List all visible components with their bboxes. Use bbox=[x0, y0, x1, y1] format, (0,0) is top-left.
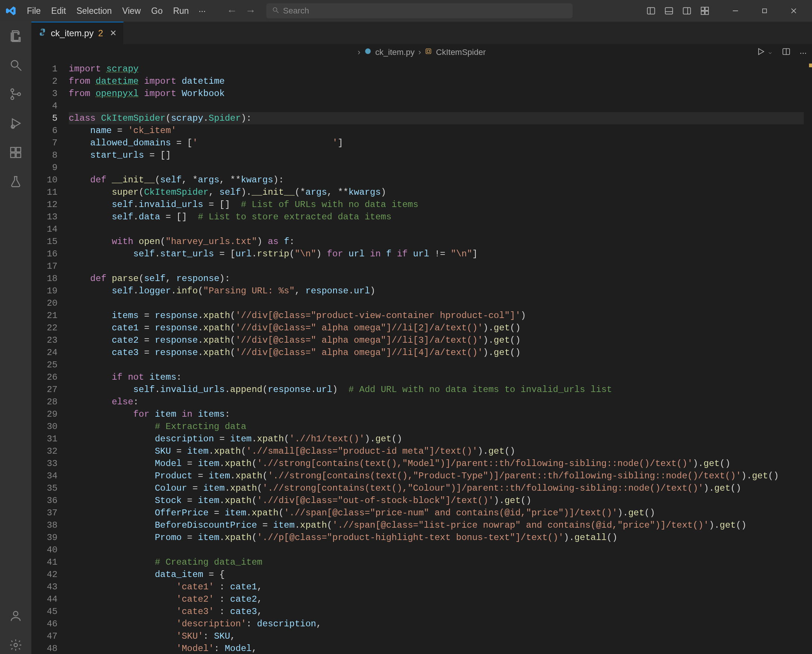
svg-rect-8 bbox=[701, 7, 704, 11]
nav-arrows: ← → bbox=[227, 5, 256, 17]
svg-marker-21 bbox=[12, 119, 20, 128]
svg-point-27 bbox=[14, 611, 18, 616]
window-minimize-icon[interactable] bbox=[721, 0, 750, 22]
svg-rect-4 bbox=[665, 8, 673, 14]
svg-marker-29 bbox=[759, 49, 764, 55]
svg-point-18 bbox=[11, 89, 14, 92]
titlebar: File Edit Selection View Go Run ··· ← → … bbox=[0, 0, 812, 22]
breadcrumb-class[interactable]: CkItemSpider bbox=[436, 47, 485, 57]
tab-row: ck_item.py 2 ✕ bbox=[31, 22, 812, 44]
beaker-icon[interactable] bbox=[7, 173, 24, 191]
svg-line-17 bbox=[18, 67, 22, 71]
breadcrumb-file[interactable]: ck_item.py bbox=[375, 47, 415, 57]
search-icon bbox=[272, 6, 279, 16]
svg-rect-13 bbox=[763, 9, 767, 13]
menu-view[interactable]: View bbox=[117, 4, 146, 18]
editor-area: ck_item.py 2 ✕ ··· › ck_item.py › CkItem… bbox=[31, 22, 812, 654]
nav-forward-icon[interactable]: → bbox=[246, 5, 256, 17]
svg-line-1 bbox=[276, 11, 278, 13]
menu-run[interactable]: Run bbox=[168, 4, 194, 18]
svg-rect-23 bbox=[11, 148, 15, 152]
svg-rect-11 bbox=[705, 11, 708, 15]
run-debug-icon[interactable] bbox=[7, 115, 24, 132]
svg-rect-26 bbox=[17, 148, 21, 152]
svg-point-20 bbox=[18, 93, 21, 96]
chevron-right-icon: › bbox=[418, 47, 421, 57]
layout-controls bbox=[646, 6, 710, 16]
account-icon[interactable] bbox=[7, 607, 24, 625]
menu-go[interactable]: Go bbox=[146, 4, 168, 18]
svg-point-0 bbox=[273, 8, 277, 11]
more-actions-icon[interactable]: ··· bbox=[800, 48, 807, 58]
search-box[interactable]: Search bbox=[266, 3, 572, 18]
menu-selection[interactable]: Selection bbox=[71, 4, 117, 18]
svg-rect-9 bbox=[705, 7, 708, 11]
source-control-icon[interactable] bbox=[7, 85, 24, 103]
svg-point-32 bbox=[365, 49, 371, 54]
window-maximize-icon[interactable] bbox=[750, 0, 779, 22]
activity-bar bbox=[0, 22, 31, 654]
run-dropdown-chevron-icon[interactable] bbox=[768, 48, 773, 58]
chevron-right-icon: › bbox=[357, 47, 360, 57]
svg-point-19 bbox=[11, 97, 14, 100]
editor-actions: ··· bbox=[756, 47, 807, 58]
settings-gear-icon[interactable] bbox=[7, 636, 24, 654]
search-icon[interactable] bbox=[7, 56, 24, 74]
nav-back-icon[interactable]: ← bbox=[227, 5, 237, 17]
minimap[interactable] bbox=[804, 61, 812, 654]
svg-rect-6 bbox=[683, 8, 691, 14]
menu-more-icon[interactable]: ··· bbox=[194, 4, 210, 18]
tab-ck-item[interactable]: ck_item.py 2 ✕ bbox=[31, 22, 124, 44]
menu-edit[interactable]: Edit bbox=[46, 4, 71, 18]
toggle-secondary-sidebar-icon[interactable] bbox=[682, 6, 692, 16]
python-file-icon bbox=[38, 28, 46, 38]
toggle-primary-sidebar-icon[interactable] bbox=[646, 6, 656, 16]
toggle-panel-icon[interactable] bbox=[664, 6, 674, 16]
tab-filename: ck_item.py bbox=[51, 28, 94, 38]
svg-point-16 bbox=[11, 61, 18, 67]
code-content[interactable]: import scrapyfrom datetime import dateti… bbox=[69, 61, 812, 654]
vscode-logo-icon bbox=[6, 6, 17, 16]
svg-rect-33 bbox=[426, 49, 431, 53]
class-symbol-icon bbox=[425, 47, 432, 57]
tab-close-icon[interactable]: ✕ bbox=[110, 28, 116, 38]
search-placeholder: Search bbox=[283, 6, 309, 16]
svg-rect-25 bbox=[17, 153, 21, 158]
tab-problem-count: 2 bbox=[98, 28, 103, 38]
svg-rect-34 bbox=[427, 50, 430, 53]
extensions-icon[interactable] bbox=[7, 144, 24, 162]
run-file-icon[interactable] bbox=[756, 47, 765, 58]
python-file-icon bbox=[364, 47, 372, 57]
svg-rect-24 bbox=[11, 153, 15, 158]
svg-rect-2 bbox=[647, 8, 655, 14]
files-icon[interactable] bbox=[7, 27, 24, 45]
line-number-gutter: 1234567891011121314151617181920212223242… bbox=[31, 61, 69, 654]
svg-point-28 bbox=[14, 643, 18, 647]
svg-rect-10 bbox=[701, 11, 704, 15]
breadcrumbs[interactable]: › ck_item.py › CkItemSpider bbox=[31, 44, 812, 61]
window-controls bbox=[721, 0, 808, 22]
menu-bar: File Edit Selection View Go Run ··· bbox=[22, 4, 210, 18]
split-editor-icon[interactable] bbox=[782, 47, 791, 58]
code-editor[interactable]: 1234567891011121314151617181920212223242… bbox=[31, 61, 812, 654]
menu-file[interactable]: File bbox=[22, 4, 46, 18]
window-close-icon[interactable] bbox=[779, 0, 808, 22]
customize-layout-icon[interactable] bbox=[700, 6, 710, 16]
